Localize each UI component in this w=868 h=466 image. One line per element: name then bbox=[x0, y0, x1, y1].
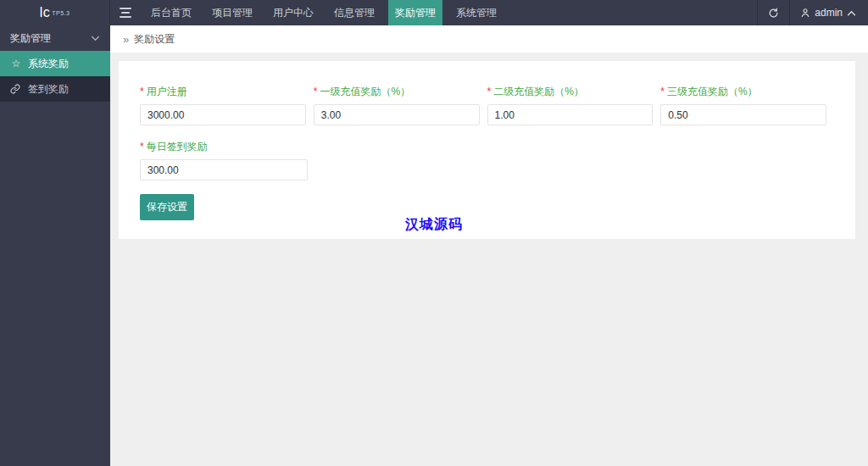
username: admin bbox=[815, 7, 843, 19]
star-icon: ☆ bbox=[10, 58, 22, 69]
refresh-icon bbox=[768, 8, 779, 19]
field-level2-recharge: *二级充值奖励（%） bbox=[487, 85, 654, 125]
required-mark: * bbox=[660, 86, 665, 97]
required-mark: * bbox=[314, 86, 318, 97]
sidebar-group-rewards[interactable]: 奖励管理 bbox=[0, 25, 110, 51]
sidebar-item-label: 系统奖励 bbox=[28, 57, 69, 71]
user-register-input[interactable] bbox=[140, 104, 306, 125]
breadcrumb-title: 奖励设置 bbox=[134, 32, 175, 47]
nav-item-rewards[interactable]: 奖励管理 bbox=[388, 0, 442, 25]
topbar-right: admin bbox=[757, 0, 868, 25]
topbar: lcTP5.3 后台首页 项目管理 用户中心 信息管理 奖励管理 系统管理 bbox=[0, 0, 868, 25]
reward-settings-card: *用户注册 *一级充值奖励（%） *二级充值奖励（%） *三级充值奖励（%） bbox=[119, 61, 855, 239]
daily-signin-input[interactable] bbox=[140, 159, 308, 180]
level3-recharge-input[interactable] bbox=[660, 104, 826, 125]
app-logo[interactable]: lcTP5.3 bbox=[0, 0, 110, 25]
sidebar: 奖励管理 ☆ 系统奖励 签到奖励 bbox=[0, 25, 110, 466]
form-row-2: *每日签到奖励 bbox=[140, 140, 834, 180]
sidebar-item-label: 签到奖励 bbox=[28, 82, 69, 97]
field-user-register: *用户注册 bbox=[140, 85, 306, 125]
required-mark: * bbox=[140, 86, 144, 97]
required-mark: * bbox=[487, 86, 492, 97]
level2-recharge-input[interactable] bbox=[487, 104, 654, 125]
user-menu[interactable]: admin bbox=[789, 0, 868, 25]
field-label: 一级充值奖励（%） bbox=[320, 86, 410, 97]
sidebar-item-system-reward[interactable]: ☆ 系统奖励 bbox=[0, 51, 110, 76]
field-label: 二级充值奖励（%） bbox=[493, 86, 584, 97]
top-nav: 后台首页 项目管理 用户中心 信息管理 奖励管理 系统管理 bbox=[141, 0, 507, 25]
chevron-up-icon bbox=[847, 10, 856, 16]
save-settings-button[interactable]: 保存设置 bbox=[140, 194, 194, 220]
main-content: » 奖励设置 *用户注册 *一级充值奖励（%） *二级充值奖励（%） *三级充值 bbox=[110, 25, 868, 466]
form-row-1: *用户注册 *一级充值奖励（%） *二级充值奖励（%） *三级充值奖励（%） bbox=[140, 85, 834, 125]
required-mark: * bbox=[140, 141, 144, 153]
nav-item-system[interactable]: 系统管理 bbox=[449, 0, 504, 25]
user-icon bbox=[800, 8, 810, 18]
field-label: 每日签到奖励 bbox=[147, 141, 208, 153]
sidebar-item-signin-reward[interactable]: 签到奖励 bbox=[0, 76, 110, 102]
sidebar-group-label: 奖励管理 bbox=[10, 31, 91, 46]
field-level1-recharge: *一级充值奖励（%） bbox=[314, 85, 480, 125]
chevron-down-icon bbox=[91, 36, 100, 42]
page: lcTP5.3 后台首页 项目管理 用户中心 信息管理 奖励管理 系统管理 bbox=[0, 0, 868, 466]
field-label: 三级充值奖励（%） bbox=[667, 86, 758, 97]
field-label: 用户注册 bbox=[147, 86, 187, 97]
breadcrumb-separator-icon: » bbox=[123, 33, 129, 46]
nav-item-info[interactable]: 信息管理 bbox=[327, 0, 381, 25]
refresh-button[interactable] bbox=[757, 0, 789, 25]
breadcrumb: » 奖励设置 bbox=[110, 25, 868, 53]
logo-text: lc bbox=[40, 5, 51, 20]
field-daily-signin: *每日签到奖励 bbox=[140, 140, 308, 180]
level1-recharge-input[interactable] bbox=[314, 104, 480, 125]
logo-version: TP5.3 bbox=[52, 10, 70, 16]
nav-item-projects[interactable]: 项目管理 bbox=[205, 0, 259, 25]
collapse-menu-icon[interactable] bbox=[110, 0, 141, 25]
field-level3-recharge: *三级充值奖励（%） bbox=[660, 85, 826, 125]
nav-item-users[interactable]: 用户中心 bbox=[266, 0, 320, 25]
nav-item-dashboard[interactable]: 后台首页 bbox=[144, 0, 198, 25]
link-icon bbox=[10, 84, 22, 94]
